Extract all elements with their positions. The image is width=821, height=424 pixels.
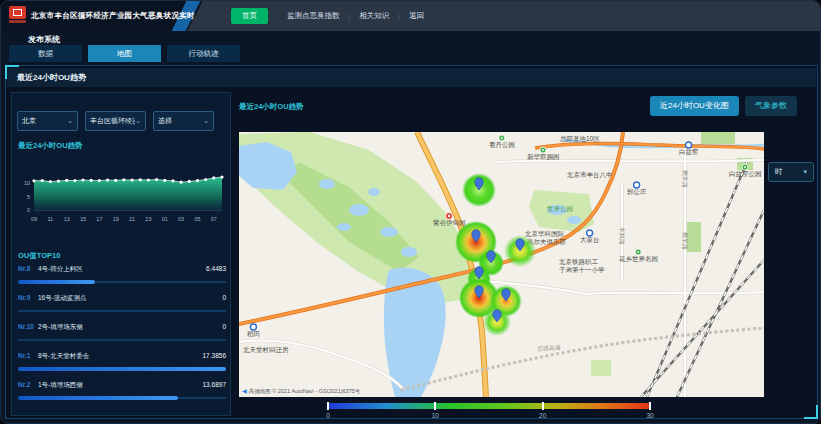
- top10-row: Nr.18号-北天堂村委会17.3856: [18, 352, 226, 381]
- map-label: 大葆台: [580, 236, 600, 244]
- main-panel: 最近24小时OU趋势 北京⌄丰台区循环经济产⌄选择⌄ 最近24小时OU趋势 05…: [5, 65, 818, 419]
- svg-text:09: 09: [31, 216, 37, 222]
- svg-text:03: 03: [178, 216, 184, 222]
- top10-bar-track: [18, 367, 226, 371]
- legend-tick-marker: [434, 402, 436, 410]
- nav-separator: |: [398, 13, 400, 20]
- map-label: 北京华科国际: [525, 230, 565, 238]
- map-buttons: 近24小时OU变化图气象参数: [650, 96, 797, 116]
- map-label: 新华双拥园: [527, 153, 560, 161]
- map-svg: 看丹公园总部基地10区新华双拥园北京市丰台八中郭公庄白盆窑白盆窑公园世界公园北京…: [239, 132, 764, 397]
- chevron-down-icon: ⌄: [67, 117, 73, 125]
- nav-knowledge[interactable]: 相关知识: [359, 11, 389, 21]
- app-root: 首页监测点恶臭指数|相关知识|返回 北京市丰台区循环经济产业园大气恶臭状况实时 …: [0, 0, 821, 424]
- top10-station-name: 8号-北天堂村委会: [38, 352, 203, 361]
- legend-tick-label: 10: [432, 412, 439, 419]
- top10-station-name: 1号-填埋场西侧: [38, 381, 203, 390]
- map-label: 樊羊路: [681, 170, 688, 188]
- map-label: 北天堂村回迁房: [243, 346, 289, 354]
- trend-chart-title: 最近24小时OU趋势: [18, 141, 83, 151]
- svg-text:17: 17: [96, 216, 102, 222]
- top10-station-name: 4号-筛分上料区: [38, 265, 206, 274]
- svg-text:5: 5: [27, 194, 30, 200]
- nav-odor-index[interactable]: 监测点恶臭指数: [287, 11, 340, 21]
- map-label: 稻田: [247, 330, 260, 338]
- top10-value: 0: [222, 294, 226, 301]
- legend-tick-label: 30: [646, 412, 653, 419]
- svg-text:0: 0: [27, 207, 30, 213]
- heat-legend: 0102030: [328, 403, 650, 419]
- top10-bar-track: [18, 396, 226, 400]
- legend-tick-marker: [327, 402, 329, 410]
- top10-rank: Nr.1: [18, 352, 38, 359]
- park-select-value: 丰台区循环经济产: [90, 116, 135, 126]
- map-label: 丰科路: [618, 227, 625, 245]
- map-attribution: ◀高德地图 © 2021 AutoNavi - GS(2021)6375号: [242, 387, 360, 395]
- panel-section-title: 最近24小时OU趋势: [7, 68, 816, 87]
- legend-tick-label: 20: [539, 412, 546, 419]
- map-label: 白盆窑: [679, 148, 699, 156]
- map-canvas[interactable]: 看丹公园总部基地10区新华双拥园北京市丰台八中郭公庄白盆窑白盆窑公园世界公园北京…: [239, 132, 764, 397]
- top10-row: Nr.916号-流动监测点0: [18, 294, 226, 323]
- map-label: 郭公庄: [627, 188, 647, 196]
- header: 首页监测点恶臭指数|相关知识|返回 北京市丰台区循环经济产业园大气恶臭状况实时: [1, 1, 820, 31]
- top10-rank: Nr.10: [18, 323, 38, 330]
- map-section-title: 最近24小时OU趋势: [239, 102, 304, 112]
- map-label: 紫谷伊甸园: [432, 219, 466, 227]
- svg-text:10: 10: [24, 180, 30, 186]
- ou-change-chart-button[interactable]: 近24小时OU变化图: [650, 96, 739, 116]
- tab-data[interactable]: 数据: [9, 45, 82, 62]
- top10-station-name: 16号-流动监测点: [38, 294, 222, 303]
- top10-rank: Nr.9: [18, 294, 38, 301]
- map-label: 樊羊路: [681, 232, 688, 250]
- top10-row: Nr.21号-填埋场西侧13.6897: [18, 381, 226, 410]
- chevron-down-icon: ▾: [803, 168, 807, 176]
- publish-system-label: 发布系统: [28, 34, 60, 45]
- svg-text:21: 21: [129, 216, 135, 222]
- tab-map[interactable]: 地图: [88, 45, 161, 62]
- svg-text:19: 19: [113, 216, 119, 222]
- filter-selects: 北京⌄丰台区循环经济产⌄选择⌄: [17, 111, 214, 131]
- nav-separator: |: [349, 13, 351, 20]
- top10-bar: [18, 280, 95, 284]
- top10-bar: [18, 396, 178, 400]
- top10-value: 6.4483: [206, 265, 226, 272]
- logo: [9, 6, 26, 26]
- top10-bar-track: [18, 280, 226, 284]
- legend-tick-marker: [542, 402, 544, 410]
- logo-icon: [9, 6, 26, 19]
- map-label: 北京市丰台八中: [567, 171, 613, 179]
- top10-bar: [18, 367, 226, 371]
- top-nav: 首页监测点恶臭指数|相关知识|返回: [187, 1, 820, 31]
- left-panel: 北京⌄丰台区循环经济产⌄选择⌄ 最近24小时OU趋势 0510091113151…: [11, 92, 231, 416]
- top10-value: 17.3856: [203, 352, 227, 359]
- page-title: 北京市丰台区循环经济产业园大气恶臭状况实时: [31, 1, 195, 31]
- time-unit-value: 时: [775, 167, 783, 177]
- top10-bar-track: [18, 309, 226, 313]
- map-label: 世界公园: [547, 205, 573, 212]
- station-select[interactable]: 选择⌄: [153, 111, 214, 131]
- top10-list: Nr.84号-筛分上料区6.4483Nr.916号-流动监测点0Nr.102号-…: [18, 265, 226, 410]
- tab-track[interactable]: 行动轨迹: [167, 45, 240, 62]
- ou-trend-chart: 0510091113151719212301030507: [14, 169, 228, 229]
- top10-rank: Nr.2: [18, 381, 38, 388]
- weather-params-button[interactable]: 气象参数: [745, 96, 797, 116]
- top10-value: 13.6897: [203, 381, 227, 388]
- map-label: 总部基地10区: [559, 135, 600, 143]
- top10-station-name: 2号-填埋场东侧: [38, 323, 222, 332]
- park-select[interactable]: 丰台区循环经济产⌄: [85, 111, 146, 131]
- top10-title: OU值TOP10: [18, 251, 60, 261]
- time-unit-select[interactable]: 时 ▾: [768, 162, 814, 182]
- svg-text:11: 11: [47, 216, 53, 222]
- city-select[interactable]: 北京⌄: [17, 111, 78, 131]
- city-select-value: 北京: [22, 116, 67, 126]
- map-label: 花乡世界名园: [618, 255, 658, 263]
- publish-tabs: 数据地图行动轨迹: [9, 45, 240, 62]
- map-label: 子弟第十一小学: [559, 266, 605, 274]
- map-label: 北京铁路职工: [559, 258, 599, 266]
- nav-home[interactable]: 首页: [231, 8, 268, 24]
- legend-tick-marker: [649, 402, 651, 410]
- top10-row: Nr.84号-筛分上料区6.4483: [18, 265, 226, 294]
- nav-back[interactable]: 返回: [409, 11, 424, 21]
- top10-value: 0: [222, 323, 226, 330]
